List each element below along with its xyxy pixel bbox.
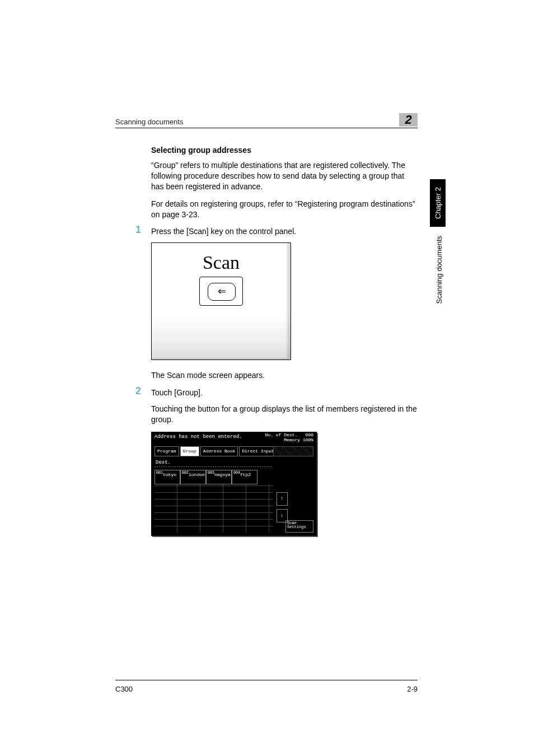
step-text-1: Press the [Scan] key on the control pane… bbox=[151, 226, 418, 237]
footer-page-number: 2-9 bbox=[407, 685, 418, 693]
ss-group-row: 001tokyo 002london 003nagoya 004ftp2 bbox=[154, 470, 257, 484]
ss-group-london[interactable]: 002london bbox=[180, 470, 206, 484]
scan-key-button: ⇐ bbox=[199, 277, 243, 306]
scan-key-illustration: Scan ⇐ bbox=[151, 242, 291, 360]
footer-model: C300 bbox=[115, 685, 133, 693]
ss-dest-count: 000 bbox=[306, 432, 313, 437]
ss-divider bbox=[154, 466, 273, 467]
chapter-number-badge: 2 bbox=[399, 113, 418, 127]
ss-group-nagoya[interactable]: 003nagoya bbox=[206, 470, 232, 484]
ss-scroll-up-button[interactable]: ↑ bbox=[277, 492, 288, 506]
ss-tab-program[interactable]: Program bbox=[154, 446, 179, 456]
ss-grp-prefix: 003 bbox=[208, 470, 214, 475]
ss-tab-direct-input[interactable]: Direct Input bbox=[239, 446, 277, 456]
ss-grp-prefix: 002 bbox=[182, 470, 189, 475]
ss-tab-bar: Program Group Address Book Direct Input bbox=[154, 446, 277, 456]
touchscreen-screenshot: Address has not been entered. No. of Des… bbox=[151, 432, 317, 536]
step-1-result: The Scan mode screen appears. bbox=[151, 370, 418, 381]
ss-group-ftp2[interactable]: 004ftp2 bbox=[232, 470, 257, 484]
scan-arrow-icon: ⇐ bbox=[218, 285, 226, 297]
step-2-detail: Touching the button for a group displays… bbox=[151, 404, 418, 425]
running-head: Scanning documents bbox=[115, 118, 183, 126]
ss-tab-group[interactable]: Group bbox=[180, 446, 199, 456]
ss-grp-prefix: 004 bbox=[233, 470, 240, 475]
step-text-2: Touch [Group]. bbox=[151, 388, 418, 398]
ss-top-right: No. of Dest. 000 Memory 100% bbox=[265, 433, 313, 443]
ss-dest-count-label: No. of Dest. bbox=[265, 432, 298, 437]
intro-paragraph-1: “Group” refers to multiple destinations … bbox=[151, 160, 418, 192]
ss-empty-grid bbox=[154, 484, 273, 533]
ss-status-text: Address has not been entered. bbox=[154, 434, 242, 440]
step-number-1: 1 bbox=[135, 224, 141, 236]
ss-grp-prefix: 001 bbox=[156, 470, 163, 475]
ss-grp-label: nagoya bbox=[214, 472, 231, 477]
side-text-section: Scanning documents bbox=[435, 236, 443, 304]
ss-tab-address-book[interactable]: Address Book bbox=[200, 446, 238, 456]
scan-key-label: Scan bbox=[152, 252, 291, 273]
intro-paragraph-2: For details on registering groups, refer… bbox=[151, 199, 418, 220]
header-rule bbox=[115, 128, 418, 128]
ss-grp-label: tokyo bbox=[163, 472, 176, 477]
ss-dest-label: Dest. bbox=[156, 460, 171, 465]
ss-group-tokyo[interactable]: 001tokyo bbox=[154, 470, 180, 484]
ss-grp-label: ftp2 bbox=[240, 472, 251, 477]
ss-grp-label: london bbox=[189, 472, 205, 477]
side-tab-chapter: Chapter 2 bbox=[430, 179, 446, 227]
ss-memory: Memory 100% bbox=[284, 437, 313, 442]
ss-scan-settings-button[interactable]: Scan Settings bbox=[285, 520, 313, 533]
ss-tab-blank-area bbox=[273, 446, 313, 456]
footer-rule bbox=[115, 680, 418, 680]
step-number-2: 2 bbox=[135, 385, 141, 397]
section-heading: Selecting group addresses bbox=[151, 146, 418, 155]
